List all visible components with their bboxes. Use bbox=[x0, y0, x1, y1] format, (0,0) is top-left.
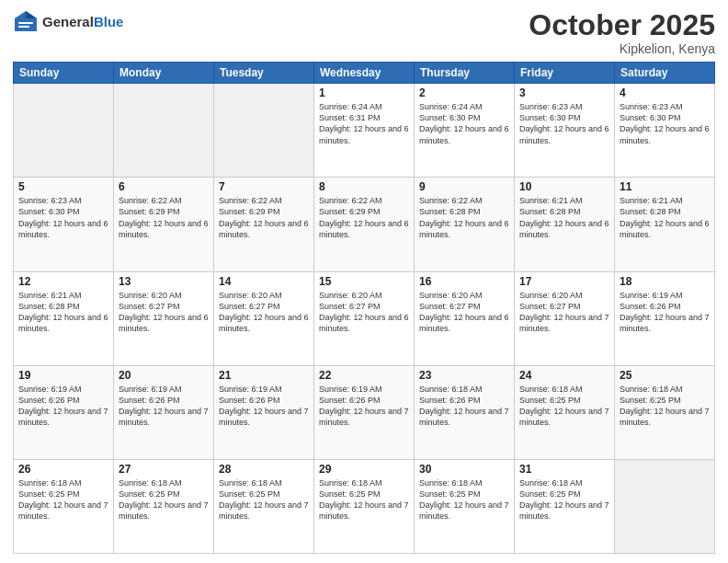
logo-text: GeneralBlue bbox=[42, 15, 123, 30]
day-info: Sunrise: 6:20 AMSunset: 6:27 PMDaylight:… bbox=[219, 290, 309, 335]
calendar-week-row: 1 Sunrise: 6:24 AMSunset: 6:31 PMDayligh… bbox=[14, 84, 715, 178]
day-number: 24 bbox=[519, 369, 609, 382]
table-row bbox=[114, 84, 214, 178]
day-info: Sunrise: 6:23 AMSunset: 6:30 PMDaylight:… bbox=[519, 101, 609, 146]
header-saturday: Saturday bbox=[615, 63, 715, 84]
day-number: 23 bbox=[419, 369, 509, 382]
day-number: 2 bbox=[419, 86, 509, 99]
table-row: 21 Sunrise: 6:19 AMSunset: 6:26 PMDaylig… bbox=[214, 365, 314, 459]
table-row: 15 Sunrise: 6:20 AMSunset: 6:27 PMDaylig… bbox=[314, 271, 415, 365]
table-row: 14 Sunrise: 6:20 AMSunset: 6:27 PMDaylig… bbox=[214, 271, 314, 365]
table-row: 17 Sunrise: 6:20 AMSunset: 6:27 PMDaylig… bbox=[515, 271, 615, 365]
day-info: Sunrise: 6:18 AMSunset: 6:25 PMDaylight:… bbox=[519, 384, 609, 429]
day-number: 11 bbox=[620, 180, 710, 193]
day-number: 17 bbox=[519, 275, 609, 288]
day-info: Sunrise: 6:23 AMSunset: 6:30 PMDaylight:… bbox=[620, 101, 710, 146]
day-info: Sunrise: 6:18 AMSunset: 6:25 PMDaylight:… bbox=[519, 477, 609, 523]
day-info: Sunrise: 6:19 AMSunset: 6:26 PMDaylight:… bbox=[119, 384, 209, 429]
day-info: Sunrise: 6:18 AMSunset: 6:25 PMDaylight:… bbox=[18, 477, 108, 523]
month-title: October 2025 bbox=[529, 9, 715, 41]
day-info: Sunrise: 6:20 AMSunset: 6:27 PMDaylight:… bbox=[319, 290, 409, 335]
calendar-week-row: 19 Sunrise: 6:19 AMSunset: 6:26 PMDaylig… bbox=[14, 365, 715, 459]
day-info: Sunrise: 6:22 AMSunset: 6:28 PMDaylight:… bbox=[419, 195, 509, 240]
table-row: 24 Sunrise: 6:18 AMSunset: 6:25 PMDaylig… bbox=[515, 365, 615, 459]
day-info: Sunrise: 6:23 AMSunset: 6:30 PMDaylight:… bbox=[18, 195, 108, 240]
header-wednesday: Wednesday bbox=[314, 63, 415, 84]
table-row: 4 Sunrise: 6:23 AMSunset: 6:30 PMDayligh… bbox=[615, 84, 715, 178]
day-info: Sunrise: 6:21 AMSunset: 6:28 PMDaylight:… bbox=[519, 195, 609, 240]
table-row: 19 Sunrise: 6:19 AMSunset: 6:26 PMDaylig… bbox=[14, 365, 114, 459]
day-number: 29 bbox=[319, 463, 409, 476]
day-info: Sunrise: 6:18 AMSunset: 6:25 PMDaylight:… bbox=[620, 384, 710, 429]
day-info: Sunrise: 6:18 AMSunset: 6:25 PMDaylight:… bbox=[119, 477, 209, 523]
table-row: 23 Sunrise: 6:18 AMSunset: 6:26 PMDaylig… bbox=[415, 365, 515, 459]
table-row: 10 Sunrise: 6:21 AMSunset: 6:28 PMDaylig… bbox=[515, 178, 615, 271]
day-number: 1 bbox=[319, 86, 409, 99]
day-info: Sunrise: 6:19 AMSunset: 6:26 PMDaylight:… bbox=[620, 290, 710, 335]
table-row: 1 Sunrise: 6:24 AMSunset: 6:31 PMDayligh… bbox=[314, 84, 415, 178]
day-info: Sunrise: 6:22 AMSunset: 6:29 PMDaylight:… bbox=[119, 195, 209, 240]
day-number: 26 bbox=[18, 463, 108, 476]
table-row: 13 Sunrise: 6:20 AMSunset: 6:27 PMDaylig… bbox=[114, 271, 214, 365]
table-row: 18 Sunrise: 6:19 AMSunset: 6:26 PMDaylig… bbox=[615, 271, 715, 365]
day-number: 10 bbox=[519, 180, 609, 193]
table-row: 22 Sunrise: 6:19 AMSunset: 6:26 PMDaylig… bbox=[314, 365, 415, 459]
svg-rect-3 bbox=[18, 26, 29, 28]
logo-general: General bbox=[42, 14, 94, 29]
table-row: 30 Sunrise: 6:18 AMSunset: 6:25 PMDaylig… bbox=[415, 459, 515, 553]
calendar-page: GeneralBlue October 2025 Kipkelion, Keny… bbox=[0, 0, 728, 563]
day-number: 5 bbox=[18, 180, 108, 193]
day-number: 21 bbox=[219, 369, 309, 382]
logo-icon bbox=[13, 9, 39, 35]
day-info: Sunrise: 6:19 AMSunset: 6:26 PMDaylight:… bbox=[319, 384, 409, 429]
table-row: 5 Sunrise: 6:23 AMSunset: 6:30 PMDayligh… bbox=[14, 178, 114, 271]
table-row: 25 Sunrise: 6:18 AMSunset: 6:25 PMDaylig… bbox=[615, 365, 715, 459]
day-number: 16 bbox=[419, 275, 509, 288]
weekday-header-row: Sunday Monday Tuesday Wednesday Thursday… bbox=[14, 63, 715, 84]
table-row: 28 Sunrise: 6:18 AMSunset: 6:25 PMDaylig… bbox=[214, 459, 314, 553]
day-number: 20 bbox=[119, 369, 209, 382]
svg-marker-1 bbox=[26, 11, 37, 18]
table-row bbox=[615, 459, 715, 553]
day-number: 18 bbox=[620, 275, 710, 288]
day-info: Sunrise: 6:21 AMSunset: 6:28 PMDaylight:… bbox=[620, 195, 710, 240]
header: GeneralBlue October 2025 Kipkelion, Keny… bbox=[13, 9, 715, 56]
table-row: 11 Sunrise: 6:21 AMSunset: 6:28 PMDaylig… bbox=[615, 178, 715, 271]
table-row: 31 Sunrise: 6:18 AMSunset: 6:25 PMDaylig… bbox=[515, 459, 615, 553]
table-row: 29 Sunrise: 6:18 AMSunset: 6:25 PMDaylig… bbox=[314, 459, 415, 553]
day-number: 3 bbox=[519, 86, 609, 99]
table-row: 27 Sunrise: 6:18 AMSunset: 6:25 PMDaylig… bbox=[114, 459, 214, 553]
day-number: 7 bbox=[219, 180, 309, 193]
day-info: Sunrise: 6:18 AMSunset: 6:25 PMDaylight:… bbox=[419, 477, 509, 523]
day-info: Sunrise: 6:19 AMSunset: 6:26 PMDaylight:… bbox=[18, 384, 108, 429]
day-info: Sunrise: 6:24 AMSunset: 6:30 PMDaylight:… bbox=[419, 101, 509, 146]
calendar-table: Sunday Monday Tuesday Wednesday Thursday… bbox=[13, 62, 715, 554]
calendar-week-row: 26 Sunrise: 6:18 AMSunset: 6:25 PMDaylig… bbox=[14, 459, 715, 553]
logo-blue: Blue bbox=[94, 14, 124, 29]
day-number: 25 bbox=[620, 369, 710, 382]
table-row: 16 Sunrise: 6:20 AMSunset: 6:27 PMDaylig… bbox=[415, 271, 515, 365]
title-block: October 2025 Kipkelion, Kenya bbox=[529, 9, 715, 56]
table-row bbox=[14, 84, 114, 178]
header-friday: Friday bbox=[515, 63, 615, 84]
table-row: 9 Sunrise: 6:22 AMSunset: 6:28 PMDayligh… bbox=[415, 178, 515, 271]
table-row: 26 Sunrise: 6:18 AMSunset: 6:25 PMDaylig… bbox=[14, 459, 114, 553]
calendar-week-row: 12 Sunrise: 6:21 AMSunset: 6:28 PMDaylig… bbox=[14, 271, 715, 365]
day-info: Sunrise: 6:19 AMSunset: 6:26 PMDaylight:… bbox=[219, 384, 309, 429]
table-row: 7 Sunrise: 6:22 AMSunset: 6:29 PMDayligh… bbox=[214, 178, 314, 271]
day-number: 27 bbox=[119, 463, 209, 476]
day-number: 9 bbox=[419, 180, 509, 193]
day-info: Sunrise: 6:18 AMSunset: 6:25 PMDaylight:… bbox=[219, 477, 309, 523]
day-info: Sunrise: 6:20 AMSunset: 6:27 PMDaylight:… bbox=[419, 290, 509, 335]
day-number: 22 bbox=[319, 369, 409, 382]
day-info: Sunrise: 6:22 AMSunset: 6:29 PMDaylight:… bbox=[219, 195, 309, 240]
day-info: Sunrise: 6:24 AMSunset: 6:31 PMDaylight:… bbox=[319, 101, 409, 146]
header-monday: Monday bbox=[114, 63, 214, 84]
day-info: Sunrise: 6:22 AMSunset: 6:29 PMDaylight:… bbox=[319, 195, 409, 240]
day-number: 13 bbox=[119, 275, 209, 288]
day-number: 4 bbox=[620, 86, 710, 99]
table-row: 3 Sunrise: 6:23 AMSunset: 6:30 PMDayligh… bbox=[515, 84, 615, 178]
table-row: 6 Sunrise: 6:22 AMSunset: 6:29 PMDayligh… bbox=[114, 178, 214, 271]
table-row: 20 Sunrise: 6:19 AMSunset: 6:26 PMDaylig… bbox=[114, 365, 214, 459]
location: Kipkelion, Kenya bbox=[529, 41, 715, 56]
